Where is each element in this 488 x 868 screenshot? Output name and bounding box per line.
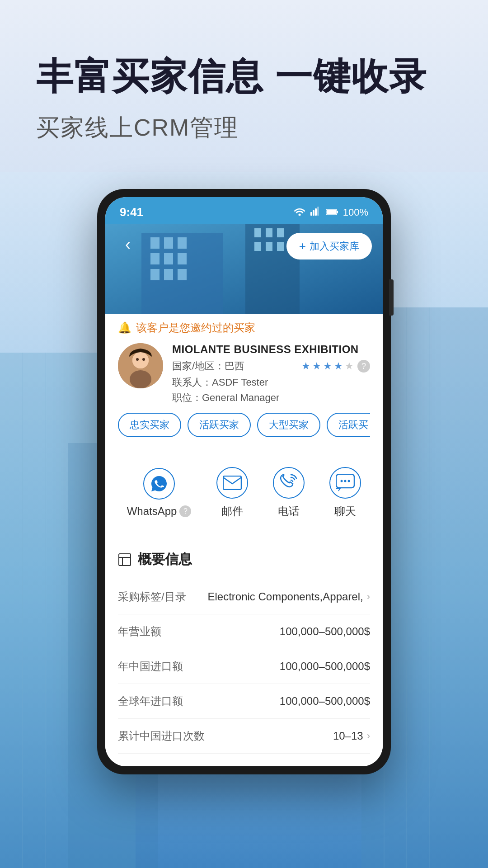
svg-rect-11 (313, 210, 314, 216)
header-section: 丰富买家信息 一键收录 买家线上CRM管理 (0, 0, 488, 171)
star-4: ★ (334, 360, 343, 372)
wifi-icon (293, 207, 306, 218)
svg-rect-41 (223, 476, 241, 490)
svg-rect-20 (164, 237, 173, 249)
power-button (389, 279, 394, 316)
status-bar: 9:41 (105, 197, 383, 224)
tag-active[interactable]: 活跃买家 (188, 413, 251, 437)
china-import-count-label: 累计中国进口次数 (118, 729, 205, 743)
tag-loyal[interactable]: 忠实买家 (118, 413, 181, 437)
country-value: 巴西 (225, 360, 244, 372)
svg-rect-15 (337, 211, 338, 213)
tag-active2[interactable]: 活跃买 (327, 413, 370, 437)
back-button[interactable]: ‹ (116, 233, 140, 256)
main-title: 丰富买家信息 一键收录 (36, 54, 452, 99)
position-text: 职位：General Manager (172, 391, 370, 405)
email-label: 邮件 (221, 504, 243, 519)
phone-mockup: 9:41 (97, 189, 391, 774)
buyer-avatar (118, 343, 163, 388)
chat-icon-circle (329, 467, 361, 499)
avatar-face (118, 343, 163, 388)
notice-icon: 🔔 (118, 321, 131, 334)
contact-label: 联系人： (172, 377, 212, 388)
email-label-text: 邮件 (221, 504, 243, 519)
chat-label-text: 聊天 (334, 504, 356, 519)
overview-icon (118, 553, 131, 566)
sub-title: 买家线上CRM管理 (36, 112, 452, 144)
status-time: 9:41 (120, 205, 143, 219)
svg-rect-32 (254, 242, 261, 251)
star-2: ★ (312, 360, 321, 372)
china-import-count-chevron: › (367, 730, 370, 742)
whatsapp-question-icon[interactable]: ? (179, 505, 191, 517)
svg-rect-10 (310, 212, 312, 216)
purchase-tags-label: 采购标签/目录 (118, 590, 186, 604)
china-import-count-value: 10–13 › (333, 730, 370, 742)
svg-point-40 (142, 358, 145, 361)
country-label: 国家/地区： (172, 360, 225, 372)
action-chat[interactable]: 聊天 (329, 467, 361, 519)
svg-rect-24 (178, 253, 187, 264)
battery-percentage: 100% (343, 207, 368, 218)
contact-text: 联系人：ASDF Tester (172, 376, 370, 389)
action-phone[interactable]: 电话 (273, 467, 305, 519)
buyer-info-row: MIOLANTE BUSINESS EXHIBITION 国家/地区：巴西 ★ … (118, 343, 370, 405)
tag-large[interactable]: 大型买家 (257, 413, 320, 437)
info-row-global-import: 全球年进口额 100,000–500,000$ (118, 684, 370, 719)
svg-rect-21 (178, 237, 187, 249)
star-rating: ★ ★ ★ ★ ★ ? (301, 360, 370, 373)
info-row-annual-revenue: 年营业额 100,000–500,000$ (118, 614, 370, 649)
buyer-notice: 🔔 该客户是您邀约过的买家 (118, 321, 370, 335)
global-import-label: 全球年进口额 (118, 694, 183, 708)
svg-rect-23 (164, 253, 173, 264)
add-to-buyer-button[interactable]: + 加入买家库 (286, 233, 372, 259)
info-row-purchase-tags[interactable]: 采购标签/目录 Electronic Components,Apparel, › (118, 580, 370, 614)
svg-rect-30 (266, 228, 272, 237)
svg-point-43 (341, 480, 343, 482)
add-btn-label: 加入买家库 (310, 240, 359, 253)
star-5: ★ (345, 360, 354, 372)
svg-point-45 (348, 480, 350, 482)
chat-label: 聊天 (334, 504, 356, 519)
svg-rect-34 (277, 242, 284, 251)
battery-icon (326, 207, 338, 218)
svg-rect-46 (119, 554, 131, 566)
svg-rect-33 (266, 242, 272, 251)
star-3: ★ (323, 360, 332, 372)
svg-rect-29 (254, 228, 261, 237)
company-name: MIOLANTE BUSINESS EXHIBITION (172, 343, 370, 356)
svg-rect-16 (326, 210, 336, 214)
phone-screen: 9:41 (105, 197, 383, 766)
status-icons: 100% (293, 207, 368, 218)
svg-rect-25 (150, 269, 160, 280)
whatsapp-label: WhatsApp ? (127, 505, 192, 518)
action-section: WhatsApp ? 邮件 (105, 453, 383, 532)
phone-icon-circle (273, 467, 305, 499)
rating-question-icon[interactable]: ? (357, 360, 370, 373)
action-email[interactable]: 邮件 (216, 467, 248, 519)
buyer-card: 🔔 该客户是您邀约过的买家 (105, 310, 383, 448)
svg-rect-27 (178, 269, 187, 280)
china-import-value: 100,000–500,000$ (280, 660, 370, 673)
action-whatsapp[interactable]: WhatsApp ? (127, 468, 192, 518)
info-row-china-import-count[interactable]: 累计中国进口次数 10–13 › (118, 719, 370, 754)
global-import-value: 100,000–500,000$ (280, 695, 370, 708)
svg-point-9 (298, 213, 300, 216)
annual-revenue-value: 100,000–500,000$ (280, 625, 370, 638)
svg-rect-19 (150, 237, 160, 249)
buyer-details: MIOLANTE BUSINESS EXHIBITION 国家/地区：巴西 ★ … (172, 343, 370, 405)
contact-name: ASDF Tester (212, 377, 268, 388)
tags-row: 忠实买家 活跃买家 大型买家 活跃买 (118, 413, 370, 437)
china-import-label: 年中国进口额 (118, 659, 183, 674)
header-image: ‹ + 加入买家库 (105, 224, 383, 314)
star-1: ★ (301, 360, 310, 372)
signal-icon (310, 207, 321, 218)
phone-label: 电话 (278, 504, 300, 519)
position-value: General Manager (202, 392, 279, 403)
notice-text: 该客户是您邀约过的买家 (136, 321, 255, 335)
svg-rect-26 (164, 269, 173, 280)
country-text: 国家/地区：巴西 (172, 359, 244, 373)
info-row-china-import: 年中国进口额 100,000–500,000$ (118, 649, 370, 684)
svg-rect-12 (315, 208, 317, 216)
svg-rect-31 (277, 228, 284, 237)
